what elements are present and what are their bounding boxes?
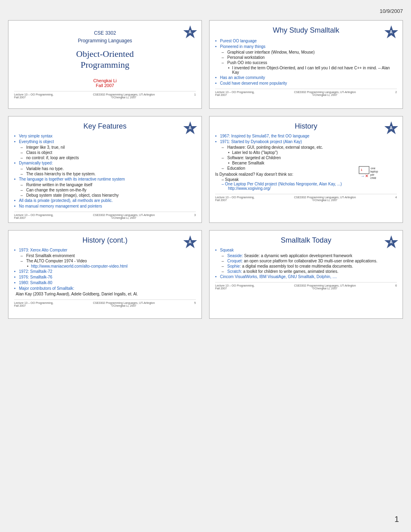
slide2-title: Why Study Smalltalk (215, 26, 397, 35)
slide1-course: CSE 3302 Programming Languages (14, 29, 196, 45)
slide3-b1: Very simple syntax (14, 134, 196, 138)
page-date: 10/9/2007 (8, 8, 403, 14)
slide5-b2: 1972: Smalltalk-72 (14, 269, 196, 274)
slide4-xogiving: http://www.xogiving.org/ (215, 186, 397, 191)
slide6-title: Smalltalk Today (215, 236, 397, 245)
svg-text:laptop: laptop (370, 170, 378, 173)
slide1-footer: Lecture 13 – OO Programming, Fall 2007 C… (14, 91, 196, 99)
slide6-b1: Squeak (215, 248, 397, 252)
slide6-sub4: Scratch: a toolkit for children to write… (222, 269, 397, 274)
slide6-footer: Lecture 13 – OO Programming, Fall 2007 C… (215, 282, 397, 290)
slide3-footer: Lecture 13 – OO Programming, Fall 2007 C… (14, 212, 196, 219)
slide5-subsub1: http://www.maniacworld.com/alto-computer… (27, 264, 196, 268)
slide2-bullet1: Purest OO language (215, 39, 397, 43)
slide6-bullets: Squeak Seaside: Seaside: a dynamic web a… (215, 248, 397, 279)
slide-6: A Smalltalk Today Squeak Seaside: Seasid… (209, 230, 403, 319)
slide4-bullets: 1967: Inspired by Simula67, the first OO… (215, 134, 397, 170)
slide5-title: History (cont.) (14, 236, 196, 245)
slide4-b1: 1967: Inspired by Simula67, the first OO… (215, 134, 397, 138)
slide4-sub1: Hardware: GUI, pointing device, external… (222, 145, 397, 150)
slide5-sub1: First Smalltalk environment (21, 254, 196, 258)
svg-text:A: A (189, 30, 191, 34)
slide5-b1: 1973: Xerox Alto Computer (14, 248, 196, 252)
slide-2: A Why Study Smalltalk Purest OO language… (209, 20, 403, 109)
svg-text:A: A (390, 30, 392, 34)
slide2-bullet3: Has an active community (215, 75, 397, 80)
slide4-sub3: Education 1 one laptop per child → ✕ (222, 166, 397, 170)
slide5-b3: 1976: Smalltalk-76 (14, 275, 196, 279)
slide6-logo: A (384, 235, 399, 249)
slide3-sub7: Can change the system on-the-fly (21, 188, 196, 192)
svg-text:A: A (390, 126, 392, 130)
slide1-author: Chengkai Li Fall 2007 (14, 78, 196, 88)
slide5-sub2: The ALTO Computer 1974 - Video (21, 259, 196, 263)
slide6-b2: Cincom VisualWorks, IBM VisualAge, GNU S… (215, 274, 397, 279)
slide6-sub3: Sophie: a digital media assembly tool to… (222, 264, 397, 268)
svg-text:→: → (361, 174, 365, 178)
slide4-footer: Lecture 13 – OO Programming, Fall 2007 C… (215, 194, 397, 202)
slide4-title: History (215, 122, 397, 131)
svg-text:1: 1 (361, 168, 363, 172)
slide5-logo: A (183, 235, 197, 249)
slides-grid: A CSE 3302 Programming Languages Object-… (8, 20, 403, 319)
slide3-sub1: Integer like 3, true, nil (21, 145, 196, 150)
svg-text:one: one (371, 167, 376, 170)
slide3-b2: Everything is object (14, 139, 196, 144)
slide3-sub6: Runtime written in the language itself (21, 183, 196, 187)
svg-text:A: A (390, 240, 392, 244)
svg-text:✕: ✕ (365, 174, 368, 178)
slide4-b2: 1971: Started by Dynabook project (Alan … (215, 139, 397, 144)
svg-text:per: per (370, 173, 375, 177)
slide3-b4: The language is together with its intera… (14, 177, 196, 181)
slide2-bullet2: Pioneered in many things (215, 44, 397, 49)
slide2-footer: Lecture 13 – OO Programming, Fall 2007 C… (215, 89, 397, 96)
svg-text:A: A (189, 240, 191, 244)
slide6-sub2: Croquet: an open source platform for col… (222, 259, 397, 263)
slide-3: A Key Features Very simple syntax Everyt… (8, 116, 202, 223)
slide5-contributors: Alan Kay (2003 Turing Award), Adele Gold… (14, 292, 196, 296)
slide-4: A History 1967: Inspired by Simula67, th… (209, 116, 403, 223)
slide2-bullet4: Could have deserved more popularity (215, 81, 397, 85)
slide3-b5: All data is private (protected), all met… (14, 198, 196, 203)
slide3-sub4: Variable has no type. (21, 166, 196, 171)
slide3-sub8: Debug system state (image), object, clas… (21, 193, 196, 197)
slide3-sub3: no control: if, loop are objects (21, 156, 196, 160)
slide5-b4: 1980: Smalltalk-80 (14, 281, 196, 285)
slide3-sub5: The class hierarchy is the type system. (21, 172, 196, 176)
slide6-sub1: Seaside: Seaside: a dynamic web applicat… (222, 254, 397, 258)
slide5-footer: Lecture 13 – OO Programming, Fall 2007 C… (14, 299, 196, 307)
slide3-logo: A (183, 121, 197, 135)
slide2-sub2-1: Graphical user interface (Window, Menu, … (222, 50, 397, 54)
slide4-subsub2: Became Smalltalk (228, 161, 397, 165)
slide-1: A CSE 3302 Programming Languages Object-… (8, 20, 202, 109)
slide1-title: Object-OrientedProgramming (14, 49, 196, 70)
slide3-b6: No manual memory management and pointers (14, 204, 196, 208)
slide4-subsub1: Later led to Alto ("laptop") (228, 150, 397, 155)
slide1-logo: A (183, 25, 197, 39)
slide2-bullets: Purest OO language Pioneered in many thi… (215, 39, 397, 85)
slide2-sub2-3: Push OO into success (222, 60, 397, 65)
slide5-bullets: 1973: Xerox Alto Computer First Smalltal… (14, 248, 196, 291)
svg-text:child: child (370, 177, 376, 179)
slide4-logo: A (384, 121, 399, 135)
slide5-b5: Major contributors of Smalltalk: (14, 286, 196, 291)
slide3-sub2: Class is object (21, 150, 196, 155)
slide4-sub2: Software: targeted at Children (222, 156, 397, 160)
slide2-subsub2-3-1: I invented the term Object-Oriented, and… (228, 66, 397, 75)
slide-5: A History (cont.) 1973: Xerox Alto Compu… (8, 230, 202, 319)
slide2-sub2-2: Personal workstation (222, 55, 397, 60)
slide3-bullets: Very simple syntax Everything is object … (14, 134, 196, 208)
svg-text:A: A (189, 126, 191, 130)
slide2-logo: A (384, 25, 399, 39)
slide3-title: Key Features (14, 122, 196, 131)
slide3-b3: Dynamically typed: (14, 161, 196, 165)
